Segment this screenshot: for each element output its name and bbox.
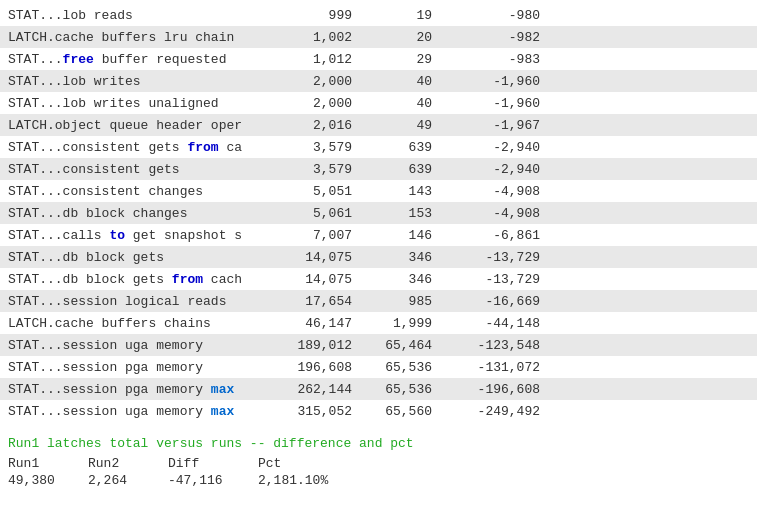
table-row: STAT...free buffer requested1,01229-983 [0, 48, 757, 70]
row-v2: 65,464 [368, 338, 448, 353]
table-row: STAT...session pga memory196,60865,536-1… [0, 356, 757, 378]
row-v2: 153 [368, 206, 448, 221]
row-diff: -13,729 [448, 272, 548, 287]
row-name: STAT...consistent changes [8, 184, 268, 199]
row-v2: 29 [368, 52, 448, 67]
row-name: LATCH.cache buffers lru chain [8, 30, 268, 45]
row-v1: 2,000 [268, 74, 368, 89]
row-name: STAT...session pga memory max [8, 382, 268, 397]
row-diff: -982 [448, 30, 548, 45]
table-row: STAT...lob writes2,00040-1,960 [0, 70, 757, 92]
table-row: STAT...lob writes unaligned2,00040-1,960 [0, 92, 757, 114]
row-v2: 985 [368, 294, 448, 309]
row-v1: 1,012 [268, 52, 368, 67]
row-name: STAT...db block changes [8, 206, 268, 221]
row-v1: 3,579 [268, 162, 368, 177]
row-name: STAT...lob writes unaligned [8, 96, 268, 111]
table-row: STAT...session logical reads17,654985-16… [0, 290, 757, 312]
row-v2: 639 [368, 162, 448, 177]
row-name: STAT...free buffer requested [8, 52, 268, 67]
row-name: STAT...db block gets from cach [8, 272, 268, 287]
row-v1: 7,007 [268, 228, 368, 243]
row-v1: 196,608 [268, 360, 368, 375]
footer-data-row: 49,3802,264-47,1162,181.10% [8, 472, 749, 489]
row-v1: 262,144 [268, 382, 368, 397]
row-v2: 65,560 [368, 404, 448, 419]
row-v1: 14,075 [268, 272, 368, 287]
row-v2: 146 [368, 228, 448, 243]
row-v1: 14,075 [268, 250, 368, 265]
row-v2: 65,536 [368, 382, 448, 397]
row-v2: 346 [368, 272, 448, 287]
row-name: STAT...calls to get snapshot s [8, 228, 268, 243]
row-diff: -983 [448, 52, 548, 67]
footer-comment: Run1 latches total versus runs -- differ… [8, 436, 749, 451]
table-row: LATCH.cache buffers lru chain1,00220-982 [0, 26, 757, 48]
row-v1: 17,654 [268, 294, 368, 309]
row-name: STAT...lob reads [8, 8, 268, 23]
row-diff: -131,072 [448, 360, 548, 375]
footer-value-0: 49,380 [8, 473, 88, 488]
row-name: STAT...consistent gets [8, 162, 268, 177]
row-diff: -6,861 [448, 228, 548, 243]
row-v2: 40 [368, 96, 448, 111]
data-table: STAT...lob reads99919-980LATCH.cache buf… [0, 0, 757, 426]
row-v2: 1,999 [368, 316, 448, 331]
footer-value-1: 2,264 [88, 473, 168, 488]
footer-header-pct: Pct [258, 456, 358, 471]
row-diff: -44,148 [448, 316, 548, 331]
footer-header-run1: Run1 [8, 456, 88, 471]
row-v1: 5,061 [268, 206, 368, 221]
row-v1: 1,002 [268, 30, 368, 45]
row-diff: -1,960 [448, 96, 548, 111]
row-v2: 65,536 [368, 360, 448, 375]
row-v1: 999 [268, 8, 368, 23]
table-row: STAT...calls to get snapshot s7,007146-6… [0, 224, 757, 246]
row-name: STAT...lob writes [8, 74, 268, 89]
footer-section: Run1 latches total versus runs -- differ… [0, 426, 757, 493]
row-v2: 19 [368, 8, 448, 23]
row-v1: 2,016 [268, 118, 368, 133]
row-v1: 46,147 [268, 316, 368, 331]
row-name: STAT...session pga memory [8, 360, 268, 375]
footer-value-3: 2,181.10% [258, 473, 358, 488]
table-row: STAT...session uga memory max315,05265,5… [0, 400, 757, 422]
footer-header-run2: Run2 [88, 456, 168, 471]
row-name: LATCH.object queue header oper [8, 118, 268, 133]
row-diff: -1,960 [448, 74, 548, 89]
row-v1: 2,000 [268, 96, 368, 111]
row-v2: 20 [368, 30, 448, 45]
table-row: STAT...consistent gets from ca3,579639-2… [0, 136, 757, 158]
row-diff: -196,608 [448, 382, 548, 397]
footer-header-diff: Diff [168, 456, 258, 471]
row-v1: 3,579 [268, 140, 368, 155]
row-name: STAT...db block gets [8, 250, 268, 265]
row-v1: 5,051 [268, 184, 368, 199]
table-row: STAT...lob reads99919-980 [0, 4, 757, 26]
row-diff: -1,967 [448, 118, 548, 133]
table-row: STAT...session pga memory max262,14465,5… [0, 378, 757, 400]
table-row: STAT...consistent changes5,051143-4,908 [0, 180, 757, 202]
table-row: STAT...db block gets from cach14,075346-… [0, 268, 757, 290]
row-diff: -16,669 [448, 294, 548, 309]
table-row: STAT...db block changes5,061153-4,908 [0, 202, 757, 224]
row-diff: -13,729 [448, 250, 548, 265]
row-diff: -2,940 [448, 162, 548, 177]
row-diff: -4,908 [448, 184, 548, 199]
row-diff: -123,548 [448, 338, 548, 353]
row-name: STAT...session uga memory [8, 338, 268, 353]
table-row: STAT...session uga memory189,01265,464-1… [0, 334, 757, 356]
row-v2: 143 [368, 184, 448, 199]
row-diff: -4,908 [448, 206, 548, 221]
row-v2: 346 [368, 250, 448, 265]
row-v1: 189,012 [268, 338, 368, 353]
row-diff: -980 [448, 8, 548, 23]
row-diff: -2,940 [448, 140, 548, 155]
table-row: STAT...db block gets14,075346-13,729 [0, 246, 757, 268]
footer-header-row: Run1Run2DiffPct [8, 455, 749, 472]
row-v2: 639 [368, 140, 448, 155]
row-v1: 315,052 [268, 404, 368, 419]
row-name: STAT...consistent gets from ca [8, 140, 268, 155]
row-v2: 40 [368, 74, 448, 89]
row-v2: 49 [368, 118, 448, 133]
